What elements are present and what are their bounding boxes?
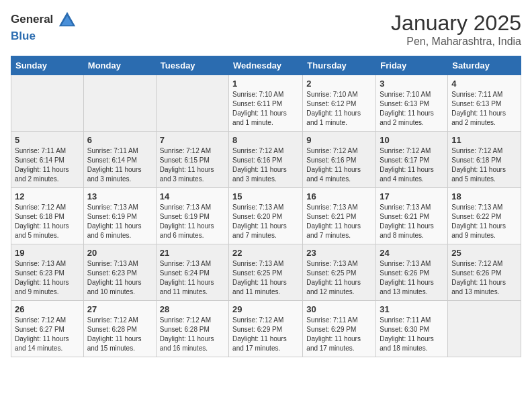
calendar-day-cell: 3 Sunrise: 7:10 AM Sunset: 6:13 PM Dayli… [376, 75, 448, 132]
calendar-day-cell [448, 301, 521, 357]
calendar-day-cell: 1 Sunrise: 7:10 AM Sunset: 6:11 PM Dayli… [229, 75, 303, 132]
calendar-day-cell: 20 Sunrise: 7:13 AM Sunset: 6:23 PM Dayl… [83, 244, 156, 301]
daylight-text: Daylight: 11 hours and 12 minutes. [306, 279, 361, 295]
calendar-day-cell: 18 Sunrise: 7:13 AM Sunset: 6:22 PM Dayl… [448, 188, 521, 244]
calendar-day-cell: 5 Sunrise: 7:11 AM Sunset: 6:14 PM Dayli… [11, 132, 84, 188]
sunset-text: Sunset: 6:25 PM [306, 269, 356, 277]
day-info: Sunrise: 7:13 AM Sunset: 6:20 PM Dayligh… [232, 203, 299, 240]
day-number: 24 [380, 248, 444, 258]
calendar-day-cell: 17 Sunrise: 7:13 AM Sunset: 6:21 PM Dayl… [376, 188, 448, 244]
sunset-text: Sunset: 6:15 PM [160, 156, 210, 164]
day-info: Sunrise: 7:12 AM Sunset: 6:16 PM Dayligh… [306, 146, 372, 184]
day-of-week-header: Friday [376, 56, 448, 75]
calendar-day-cell: 14 Sunrise: 7:13 AM Sunset: 6:19 PM Dayl… [156, 188, 228, 244]
day-info: Sunrise: 7:10 AM Sunset: 6:13 PM Dayligh… [380, 90, 444, 128]
sunrise-text: Sunrise: 7:13 AM [306, 203, 357, 211]
sunset-text: Sunset: 6:21 PM [306, 213, 356, 220]
day-number: 13 [87, 191, 152, 201]
day-info: Sunrise: 7:13 AM Sunset: 6:24 PM Dayligh… [160, 259, 225, 297]
day-info: Sunrise: 7:13 AM Sunset: 6:26 PM Dayligh… [380, 259, 444, 297]
day-number: 5 [15, 135, 80, 145]
daylight-text: Daylight: 11 hours and 10 minutes. [87, 279, 142, 295]
sunset-text: Sunset: 6:16 PM [232, 156, 282, 164]
sunrise-text: Sunrise: 7:13 AM [232, 260, 283, 267]
page-header: General Blue January 2025 Pen, Maharasht… [11, 11, 521, 48]
calendar-week-row: 26 Sunrise: 7:12 AM Sunset: 6:27 PM Dayl… [11, 301, 521, 357]
sunrise-text: Sunrise: 7:13 AM [160, 203, 211, 211]
day-number: 20 [87, 248, 152, 258]
sunset-text: Sunset: 6:26 PM [451, 269, 501, 277]
sunset-text: Sunset: 6:25 PM [232, 269, 282, 277]
day-number: 12 [15, 191, 80, 201]
calendar-day-cell: 12 Sunrise: 7:12 AM Sunset: 6:18 PM Dayl… [11, 188, 84, 244]
sunset-text: Sunset: 6:18 PM [451, 156, 501, 164]
day-number: 26 [15, 304, 80, 314]
sunrise-text: Sunrise: 7:12 AM [15, 203, 66, 211]
logo-icon [58, 11, 77, 30]
day-info: Sunrise: 7:12 AM Sunset: 6:28 PM Dayligh… [87, 316, 152, 353]
daylight-text: Daylight: 11 hours and 6 minutes. [160, 222, 214, 239]
day-info: Sunrise: 7:12 AM Sunset: 6:26 PM Dayligh… [451, 259, 517, 297]
sunrise-text: Sunrise: 7:13 AM [87, 203, 138, 211]
sunrise-text: Sunrise: 7:13 AM [380, 260, 431, 267]
calendar-day-cell: 22 Sunrise: 7:13 AM Sunset: 6:25 PM Dayl… [229, 244, 303, 301]
day-info: Sunrise: 7:13 AM Sunset: 6:21 PM Dayligh… [306, 203, 372, 240]
daylight-text: Daylight: 11 hours and 7 minutes. [232, 222, 287, 239]
calendar-day-cell: 29 Sunrise: 7:12 AM Sunset: 6:29 PM Dayl… [229, 301, 303, 357]
day-number: 11 [451, 135, 517, 145]
calendar-table: SundayMondayTuesdayWednesdayThursdayFrid… [11, 56, 521, 357]
daylight-text: Daylight: 11 hours and 13 minutes. [451, 279, 506, 295]
day-info: Sunrise: 7:13 AM Sunset: 6:21 PM Dayligh… [380, 203, 444, 240]
day-number: 23 [306, 248, 372, 258]
daylight-text: Daylight: 11 hours and 7 minutes. [306, 222, 361, 239]
calendar-day-cell: 31 Sunrise: 7:11 AM Sunset: 6:30 PM Dayl… [376, 301, 448, 357]
calendar-week-row: 5 Sunrise: 7:11 AM Sunset: 6:14 PM Dayli… [11, 132, 521, 188]
calendar-day-cell: 10 Sunrise: 7:12 AM Sunset: 6:17 PM Dayl… [376, 132, 448, 188]
calendar-day-cell [83, 75, 156, 132]
sunset-text: Sunset: 6:21 PM [380, 213, 429, 220]
day-info: Sunrise: 7:10 AM Sunset: 6:12 PM Dayligh… [306, 90, 372, 128]
day-info: Sunrise: 7:11 AM Sunset: 6:14 PM Dayligh… [15, 146, 80, 184]
sunrise-text: Sunrise: 7:10 AM [232, 91, 283, 98]
daylight-text: Daylight: 11 hours and 13 minutes. [380, 279, 434, 295]
sunrise-text: Sunrise: 7:10 AM [380, 91, 431, 98]
daylight-text: Daylight: 11 hours and 17 minutes. [306, 335, 361, 352]
day-number: 2 [306, 79, 372, 89]
sunset-text: Sunset: 6:18 PM [15, 213, 64, 220]
sunset-text: Sunset: 6:26 PM [380, 269, 429, 277]
calendar-day-cell: 24 Sunrise: 7:13 AM Sunset: 6:26 PM Dayl… [376, 244, 448, 301]
day-info: Sunrise: 7:11 AM Sunset: 6:13 PM Dayligh… [451, 90, 517, 128]
calendar-day-cell: 21 Sunrise: 7:13 AM Sunset: 6:24 PM Dayl… [156, 244, 228, 301]
sunrise-text: Sunrise: 7:12 AM [87, 316, 138, 324]
daylight-text: Daylight: 11 hours and 8 minutes. [380, 222, 434, 239]
calendar-day-cell: 11 Sunrise: 7:12 AM Sunset: 6:18 PM Dayl… [448, 132, 521, 188]
day-number: 19 [15, 248, 80, 258]
sunset-text: Sunset: 6:20 PM [232, 213, 282, 220]
sunrise-text: Sunrise: 7:12 AM [232, 147, 283, 154]
sunrise-text: Sunrise: 7:13 AM [160, 260, 211, 267]
sunset-text: Sunset: 6:13 PM [380, 100, 429, 107]
day-number: 22 [232, 248, 299, 258]
sunrise-text: Sunrise: 7:12 AM [451, 147, 502, 154]
sunset-text: Sunset: 6:27 PM [15, 326, 64, 333]
calendar-day-cell: 8 Sunrise: 7:12 AM Sunset: 6:16 PM Dayli… [229, 132, 303, 188]
sunrise-text: Sunrise: 7:13 AM [232, 203, 283, 211]
day-number: 21 [160, 248, 225, 258]
calendar-header-row: SundayMondayTuesdayWednesdayThursdayFrid… [11, 56, 521, 75]
day-info: Sunrise: 7:13 AM Sunset: 6:22 PM Dayligh… [451, 203, 517, 240]
daylight-text: Daylight: 11 hours and 3 minutes. [87, 166, 142, 183]
sunset-text: Sunset: 6:11 PM [232, 100, 282, 107]
daylight-text: Daylight: 11 hours and 15 minutes. [87, 335, 142, 352]
calendar-day-cell: 6 Sunrise: 7:11 AM Sunset: 6:14 PM Dayli… [83, 132, 156, 188]
calendar-day-cell: 9 Sunrise: 7:12 AM Sunset: 6:16 PM Dayli… [303, 132, 376, 188]
sunset-text: Sunset: 6:23 PM [15, 269, 64, 277]
sunrise-text: Sunrise: 7:12 AM [15, 316, 66, 324]
sunrise-text: Sunrise: 7:12 AM [232, 316, 283, 324]
calendar-day-cell: 30 Sunrise: 7:11 AM Sunset: 6:29 PM Dayl… [303, 301, 376, 357]
daylight-text: Daylight: 11 hours and 5 minutes. [451, 166, 506, 183]
day-number: 7 [160, 135, 225, 145]
daylight-text: Daylight: 11 hours and 5 minutes. [15, 222, 69, 239]
calendar-day-cell: 15 Sunrise: 7:13 AM Sunset: 6:20 PM Dayl… [229, 188, 303, 244]
calendar-day-cell: 13 Sunrise: 7:13 AM Sunset: 6:19 PM Dayl… [83, 188, 156, 244]
day-info: Sunrise: 7:12 AM Sunset: 6:17 PM Dayligh… [380, 146, 444, 184]
